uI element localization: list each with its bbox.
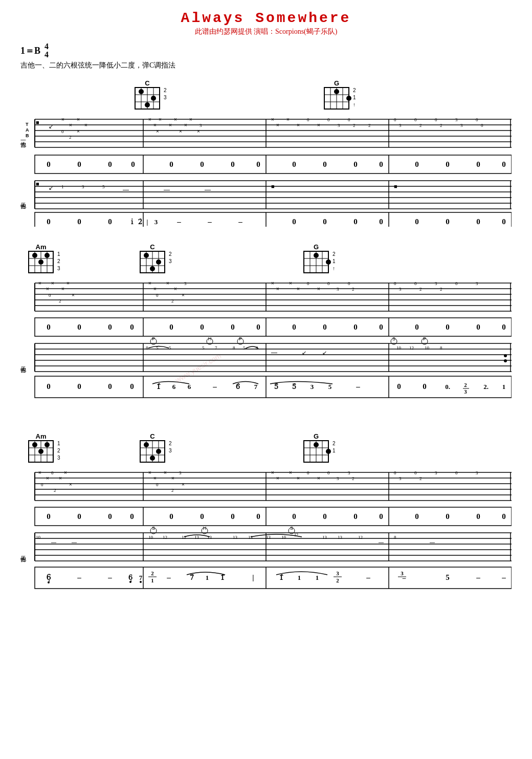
svg-text:吉他二: 吉他二 bbox=[21, 366, 27, 373]
svg-text:0: 0 bbox=[231, 323, 235, 331]
svg-point-8 bbox=[151, 96, 156, 101]
svg-text:×: × bbox=[156, 128, 159, 134]
svg-text:3: 3 bbox=[435, 470, 437, 475]
svg-text:3: 3 bbox=[82, 184, 84, 189]
svg-text:|: | bbox=[252, 573, 254, 581]
svg-text:■: ■ bbox=[36, 181, 39, 187]
svg-text:Am: Am bbox=[36, 243, 47, 251]
svg-text:0: 0 bbox=[51, 470, 54, 475]
svg-text:3: 3 bbox=[476, 470, 478, 475]
svg-text:0: 0 bbox=[323, 323, 327, 331]
svg-text:—: — bbox=[430, 539, 435, 545]
svg-text:0: 0 bbox=[435, 117, 437, 122]
svg-text:0: 0 bbox=[169, 512, 173, 521]
section-2: Am 1 2 3 C 2 3 G bbox=[20, 242, 512, 416]
svg-text:0: 0 bbox=[256, 160, 260, 168]
svg-text:2.: 2. bbox=[483, 383, 489, 391]
svg-text:2: 2 bbox=[169, 441, 172, 446]
svg-text:1: 1 bbox=[151, 577, 154, 583]
svg-text:0: 0 bbox=[307, 470, 309, 475]
svg-text:0: 0 bbox=[414, 117, 417, 122]
svg-text:2: 2 bbox=[57, 258, 60, 264]
svg-text:–: – bbox=[356, 382, 360, 391]
svg-text:C: C bbox=[145, 79, 150, 87]
svg-text:3: 3 bbox=[164, 95, 167, 100]
svg-text:13: 13 bbox=[233, 535, 238, 540]
svg-text:13: 13 bbox=[322, 535, 327, 540]
svg-text:12: 12 bbox=[163, 535, 167, 540]
svg-text:0: 0 bbox=[353, 323, 358, 331]
svg-text:3: 3 bbox=[348, 470, 350, 475]
svg-text:0: 0 bbox=[77, 218, 81, 226]
svg-text:2: 2 bbox=[464, 382, 467, 388]
svg-text:0: 0 bbox=[415, 323, 419, 331]
svg-text:0: 0 bbox=[415, 160, 419, 168]
svg-text:6̂: 6̂ bbox=[236, 383, 240, 391]
svg-text:1: 1 bbox=[316, 574, 319, 581]
svg-text:×: × bbox=[174, 286, 177, 292]
svg-rect-450 bbox=[35, 567, 512, 589]
svg-text:12: 12 bbox=[409, 345, 414, 351]
svg-text:×: × bbox=[286, 117, 290, 122]
svg-text:2: 2 bbox=[352, 287, 354, 292]
svg-text:×: × bbox=[182, 292, 185, 298]
svg-rect-286 bbox=[35, 376, 512, 398]
svg-text:13: 13 bbox=[338, 535, 343, 540]
svg-rect-393 bbox=[35, 507, 512, 526]
svg-text:2: 2 bbox=[164, 88, 167, 93]
svg-text:10: 10 bbox=[36, 535, 41, 540]
svg-text:0: 0 bbox=[502, 160, 506, 168]
svg-point-166 bbox=[150, 266, 155, 271]
svg-text:S: S bbox=[392, 336, 395, 341]
svg-text:3: 3 bbox=[57, 455, 60, 461]
svg-text:1: 1 bbox=[353, 95, 356, 100]
svg-text:0: 0 bbox=[108, 512, 112, 521]
svg-text:8: 8 bbox=[394, 535, 396, 540]
svg-point-459 bbox=[129, 581, 131, 583]
svg-text:2: 2 bbox=[353, 123, 356, 128]
svg-text:×: × bbox=[84, 122, 87, 128]
svg-text:10: 10 bbox=[425, 345, 430, 351]
svg-text:×: × bbox=[171, 475, 174, 481]
svg-text:×: × bbox=[153, 122, 157, 128]
svg-text:5: 5 bbox=[102, 184, 105, 189]
svg-text:1: 1 bbox=[298, 574, 301, 581]
svg-text:0: 0 bbox=[455, 281, 458, 286]
svg-text:■: ■ bbox=[394, 183, 397, 189]
svg-text:0: 0 bbox=[130, 323, 134, 331]
svg-text:0: 0 bbox=[292, 218, 296, 226]
svg-text:0: 0 bbox=[169, 323, 173, 331]
svg-text:■: ■ bbox=[271, 183, 275, 189]
svg-text:–: – bbox=[476, 573, 480, 581]
svg-text:0: 0 bbox=[292, 323, 296, 331]
svg-text:×: × bbox=[182, 482, 185, 487]
svg-text:0: 0 bbox=[476, 323, 480, 331]
svg-text:3: 3 bbox=[337, 287, 339, 292]
svg-text:2: 2 bbox=[69, 135, 72, 140]
svg-text:吉他二: 吉他二 bbox=[21, 556, 27, 562]
svg-text:0: 0 bbox=[415, 512, 419, 521]
svg-text:0: 0 bbox=[130, 512, 134, 521]
svg-text:0: 0 bbox=[49, 293, 51, 298]
section-1: C 2 3 G 2 1 bbox=[20, 78, 512, 227]
svg-text:0: 0 bbox=[394, 470, 396, 475]
svg-text:0: 0 bbox=[108, 323, 112, 331]
svg-text:吉他二: 吉他二 bbox=[21, 203, 27, 209]
svg-text:2: 2 bbox=[419, 287, 422, 292]
svg-text:0: 0 bbox=[476, 218, 480, 226]
svg-point-177 bbox=[326, 259, 331, 265]
svg-text:2: 2 bbox=[440, 123, 442, 128]
svg-text:0: 0 bbox=[77, 160, 81, 168]
svg-text:3: 3 bbox=[455, 117, 458, 122]
svg-text:0: 0 bbox=[394, 117, 396, 122]
svg-text:0: 0 bbox=[77, 323, 81, 331]
svg-text:P: P bbox=[239, 336, 242, 341]
svg-text:0: 0 bbox=[156, 482, 159, 487]
svg-text:1: 1 bbox=[332, 258, 336, 264]
score-svg-3: Am 1 2 3 C 2 3 G bbox=[20, 431, 512, 616]
svg-text:13: 13 bbox=[194, 535, 199, 540]
svg-text:2̇: 2̇ bbox=[138, 218, 142, 226]
svg-text:0: 0 bbox=[502, 218, 506, 226]
svg-text:↑: ↑ bbox=[332, 266, 335, 271]
svg-text:3: 3 bbox=[337, 476, 339, 481]
